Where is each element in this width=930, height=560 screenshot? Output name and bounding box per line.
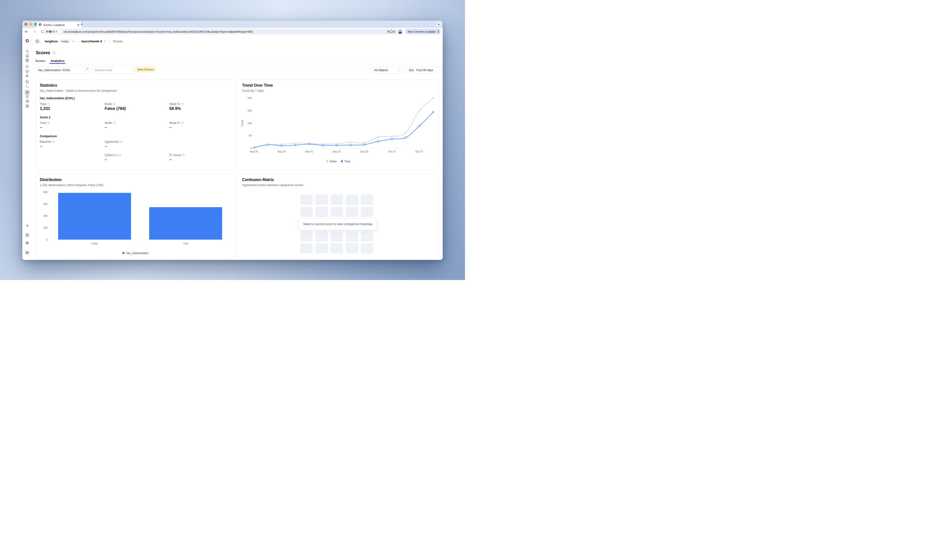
legend-item-true[interactable]: True — [341, 160, 350, 163]
x-tick-label: Sep 01 — [302, 150, 316, 153]
plan-badge: Hobby — [59, 39, 70, 43]
heatmap-placeholder-tile — [300, 207, 313, 217]
heatmap-placeholder-tile — [331, 207, 343, 217]
toolbar-divider — [395, 30, 396, 34]
breadcrumb-org[interactable]: langfuse — [45, 40, 58, 43]
help-icon[interactable] — [47, 103, 50, 106]
heatmap-placeholder-tile — [361, 207, 373, 217]
range-label: Past 90 days — [416, 69, 433, 72]
score2-select[interactable]: Second score — [92, 66, 137, 74]
forward-button[interactable] — [33, 30, 37, 34]
tab-analytics[interactable]: Analytics — [50, 58, 65, 64]
browser-toolbar: cloud.langfuse.com/project/cmhnuoj660007… — [22, 28, 443, 35]
distribution-title: Distribution — [40, 177, 62, 182]
sidebar-toggle-button[interactable] — [35, 39, 40, 43]
stat-label: Matched — [40, 140, 55, 144]
heatmap-placeholder-tile — [361, 195, 373, 205]
back-button[interactable] — [25, 30, 28, 34]
stats-section-label: has_hallucination (EVAL) — [40, 97, 75, 100]
address-bar[interactable]: cloud.langfuse.com/project/cmhnuoj660007… — [43, 29, 398, 34]
profile-avatar[interactable] — [398, 29, 403, 34]
legend-item-false[interactable]: False — [326, 160, 337, 163]
page-tabs: ScoresAnalytics — [32, 58, 443, 64]
user-avatar[interactable]: M — [25, 250, 30, 255]
heatmap-placeholder-tile — [300, 232, 313, 241]
help-icon[interactable] — [52, 140, 55, 143]
project-chevron-down-icon[interactable] — [104, 40, 106, 43]
langfuse-app: langfuse Hobby / launchweek-4 / Scores M… — [22, 35, 443, 260]
browser-window: Scores | Langfuse ✕ cloud.langfuse.com/p… — [22, 21, 443, 260]
statistics-subtitle: has_hallucination - Select a second scor… — [40, 89, 117, 92]
sidebar: M — [22, 47, 32, 260]
stat-label: Total — [40, 121, 50, 124]
x-axis-line — [50, 240, 228, 240]
sidebar-item-playground[interactable] — [24, 83, 30, 89]
score1-select[interactable]: has_hallucination • EVAL — [35, 66, 89, 74]
object-type-value: All Objects — [374, 69, 388, 72]
stats-section-label: Score 2 — [40, 116, 50, 119]
x-tick-label: Oct 13 — [385, 150, 399, 153]
distribution-panel: Distribution 1,331 observations | Most f… — [36, 174, 235, 259]
legend-item[interactable]: has_hallucination — [122, 252, 148, 255]
help-icon[interactable] — [113, 103, 116, 106]
tab-scores[interactable]: Scores — [35, 58, 46, 64]
clipboard-pen-icon — [25, 100, 29, 103]
browser-tab[interactable]: Scores | Langfuse ✕ — [37, 22, 82, 28]
tab-close-icon[interactable]: ✕ — [77, 23, 80, 27]
dashboard-icon — [25, 58, 29, 62]
chevron-down-icon — [399, 69, 401, 72]
browser-menu-icon[interactable]: ••• — [437, 30, 440, 33]
bulb-icon — [25, 95, 29, 98]
org-chevron-down-icon[interactable] — [72, 40, 75, 43]
sidebar-item-datasets[interactable] — [24, 103, 30, 109]
legend-dot — [326, 160, 328, 163]
confusion-subtitle: Agreement matrix between categorical sco… — [242, 183, 304, 187]
stat-label: Mode % — [169, 102, 184, 106]
y-tick-label: 0 — [242, 147, 252, 150]
info-icon[interactable] — [52, 51, 55, 54]
heatmap-placeholder-tile — [316, 243, 328, 253]
page-title: Scores — [36, 50, 50, 55]
sidebar-item-users[interactable] — [24, 73, 30, 79]
site-info-chip[interactable] — [45, 29, 61, 34]
sidebar-item-settings[interactable] — [24, 232, 30, 238]
help-icon[interactable] — [181, 121, 184, 124]
trend-legend: FalseTrue — [238, 160, 438, 163]
help-icon[interactable] — [47, 121, 50, 124]
confusion-placeholder-text: Select a second score to view comparison… — [303, 222, 372, 226]
minimize-window-button[interactable] — [29, 23, 32, 26]
sidebar-item-dashboards[interactable] — [24, 57, 30, 63]
new-tab-button[interactable] — [80, 23, 83, 27]
heatmap-placeholder-tile — [346, 207, 358, 217]
date-range-select[interactable]: 90d Past 90 days — [405, 66, 443, 74]
stat-label: Cohen's κ — [105, 153, 121, 157]
heatmap-placeholder-tile — [300, 243, 313, 253]
help-icon[interactable] — [182, 154, 185, 156]
help-icon[interactable] — [113, 121, 116, 124]
main-content: Scores ScoresAnalytics has_hallucination… — [32, 47, 443, 260]
desktop-background: Scores | Langfuse ✕ cloud.langfuse.com/p… — [0, 0, 465, 280]
sparkle-icon — [25, 224, 29, 228]
tab-search-button[interactable] — [436, 22, 441, 27]
help-icon[interactable] — [120, 140, 123, 143]
users-icon — [25, 74, 29, 78]
help-icon[interactable] — [119, 154, 121, 156]
breadcrumb-project[interactable]: launchweek-4 — [82, 40, 102, 43]
langfuse-logo — [25, 39, 29, 44]
sidebar-item-upgrade[interactable] — [24, 223, 30, 229]
legend-dot — [341, 160, 343, 163]
legend-dot — [122, 252, 125, 254]
object-type-select[interactable]: All Objects — [372, 66, 404, 74]
stat-label: Mode % — [169, 121, 184, 124]
breadcrumb-section: Scores — [113, 40, 123, 43]
chrome-update-pill[interactable]: New Chrome available ••• — [405, 29, 441, 34]
clear-score1-button[interactable] — [86, 67, 89, 70]
sidebar-item-support[interactable] — [24, 240, 30, 246]
extensions-icon[interactable] — [390, 30, 393, 34]
help-icon[interactable] — [181, 103, 184, 106]
x-tick-label: False — [58, 242, 131, 245]
heatmap-placeholder-tile — [316, 207, 328, 217]
close-window-button[interactable] — [25, 23, 28, 26]
x-tick-label: Aug 18 — [274, 150, 289, 153]
heatmap-placeholder-tile — [346, 232, 358, 241]
